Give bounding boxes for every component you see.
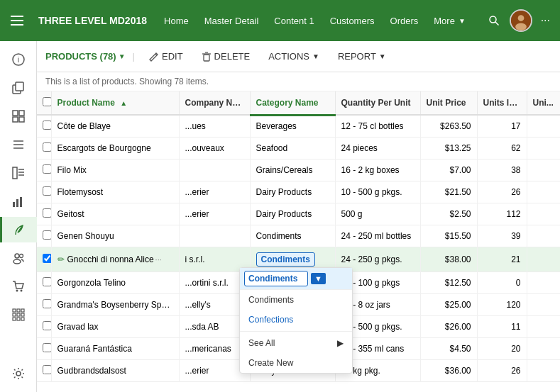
toolbar: PRODUCTS (78) ▼ | EDIT DELETE ACTIONS ▼ … bbox=[37, 41, 560, 72]
cell-company-name bbox=[179, 159, 250, 181]
cell-product-name: Escargots de Bourgogne bbox=[51, 138, 179, 159]
svg-rect-23 bbox=[23, 196, 24, 207]
col-header-category-name[interactable]: Category Name bbox=[250, 91, 335, 115]
sidebar-item-grid[interactable] bbox=[6, 103, 31, 129]
row-checkbox-cell[interactable] bbox=[37, 338, 51, 360]
row-checkbox-cell[interactable] bbox=[37, 159, 51, 181]
sidebar-item-leaf[interactable] bbox=[0, 217, 37, 242]
sidebar-item-detail[interactable] bbox=[6, 160, 31, 186]
sidebar: i bbox=[0, 41, 37, 392]
col-header-extra[interactable]: Uni... bbox=[527, 91, 560, 115]
row-select-checkbox[interactable] bbox=[43, 254, 51, 263]
col-header-units-in-stock[interactable]: Units In Stock bbox=[477, 91, 527, 115]
main-content: PRODUCTS (78) ▼ | EDIT DELETE ACTIONS ▼ … bbox=[37, 41, 560, 392]
row-select-checkbox[interactable] bbox=[43, 343, 51, 352]
cell-category-name[interactable]: Beverages bbox=[250, 115, 335, 138]
row-select-checkbox[interactable] bbox=[43, 277, 51, 286]
products-table-wrapper: Product Name ▲ Company Name Category Nam… bbox=[37, 91, 560, 392]
dropdown-item-condiments[interactable]: Condiments bbox=[240, 290, 352, 310]
more-options-button[interactable]: ··· bbox=[537, 11, 554, 30]
edit-button[interactable]: EDIT bbox=[142, 47, 190, 66]
cell-units-in-stock: 17 bbox=[477, 115, 527, 138]
sidebar-item-info[interactable]: i bbox=[6, 47, 31, 72]
cell-extra bbox=[527, 225, 560, 247]
row-more-dots[interactable]: ··· bbox=[155, 255, 162, 264]
dropdown-see-all[interactable]: See All ▶ bbox=[240, 333, 352, 353]
row-select-checkbox[interactable] bbox=[43, 299, 51, 308]
cell-unit-price: $13.25 bbox=[420, 138, 477, 159]
row-edit-pencil-icon[interactable]: ✏ bbox=[57, 254, 65, 264]
search-button[interactable] bbox=[483, 9, 505, 32]
sidebar-item-list[interactable] bbox=[6, 132, 31, 157]
row-checkbox-cell[interactable] bbox=[37, 115, 51, 138]
row-select-checkbox[interactable] bbox=[43, 142, 51, 152]
row-select-checkbox[interactable] bbox=[43, 230, 51, 240]
cell-category-name[interactable]: Condiments bbox=[250, 225, 335, 247]
app-title: THREE LEVEL MD2018 bbox=[31, 15, 154, 26]
row-select-checkbox[interactable] bbox=[43, 365, 51, 374]
select-all-checkbox[interactable] bbox=[43, 97, 51, 106]
nav-orders[interactable]: Orders bbox=[383, 10, 426, 32]
col-header-company-name[interactable]: Company Name bbox=[179, 91, 250, 115]
actions-button[interactable]: ACTIONS ▼ bbox=[261, 47, 326, 66]
sidebar-item-copy[interactable] bbox=[6, 75, 31, 101]
nav-customers[interactable]: Customers bbox=[323, 10, 382, 32]
cell-category-name[interactable]: Dairy Products bbox=[250, 181, 335, 203]
sidebar-item-chart[interactable] bbox=[6, 189, 31, 214]
row-checkbox-cell[interactable] bbox=[37, 272, 51, 294]
cell-units-in-stock: 120 bbox=[477, 294, 527, 316]
row-checkbox-cell[interactable] bbox=[37, 138, 51, 159]
cell-product-name: Genen Shouyu bbox=[51, 225, 179, 247]
cell-category-name[interactable]: Seafood bbox=[250, 138, 335, 159]
nav-more[interactable]: More ▼ bbox=[427, 10, 473, 32]
sidebar-item-cart[interactable] bbox=[6, 274, 31, 299]
nav-home[interactable]: Home bbox=[157, 10, 196, 32]
cell-units-in-stock: 39 bbox=[477, 225, 527, 247]
cell-category-name[interactable]: Grains/Cereals bbox=[250, 159, 335, 181]
svg-point-38 bbox=[16, 371, 21, 376]
cell-unit-price: $15.50 bbox=[420, 225, 477, 247]
svg-rect-29 bbox=[13, 309, 16, 312]
nav-content1[interactable]: Content 1 bbox=[267, 10, 321, 32]
row-checkbox-cell[interactable] bbox=[37, 316, 51, 338]
report-button[interactable]: REPORT ▼ bbox=[331, 47, 393, 66]
svg-rect-36 bbox=[17, 318, 20, 320]
dropdown-create-new[interactable]: Create New bbox=[240, 353, 352, 373]
row-checkbox-cell[interactable] bbox=[37, 294, 51, 316]
row-checkbox-cell[interactable] bbox=[37, 203, 51, 225]
row-select-checkbox[interactable] bbox=[43, 164, 51, 174]
row-select-checkbox[interactable] bbox=[43, 186, 51, 196]
cell-company-name bbox=[179, 225, 250, 247]
col-header-unit-price[interactable]: Unit Price bbox=[420, 91, 477, 115]
cell-category-name[interactable]: Dairy Products bbox=[250, 203, 335, 225]
row-select-checkbox[interactable] bbox=[43, 121, 51, 130]
user-avatar[interactable] bbox=[510, 9, 532, 32]
dropdown-item-confections[interactable]: Confections bbox=[240, 310, 352, 330]
row-checkbox-cell[interactable] bbox=[37, 181, 51, 203]
sidebar-item-users[interactable] bbox=[6, 245, 31, 271]
svg-rect-30 bbox=[17, 309, 20, 312]
col-header-product-name[interactable]: Product Name ▲ bbox=[51, 91, 179, 115]
col-header-quantity-per-unit[interactable]: Quantity Per Unit bbox=[335, 91, 420, 115]
top-navigation: THREE LEVEL MD2018 Home Master Detail Co… bbox=[0, 0, 560, 41]
row-checkbox-cell[interactable] bbox=[37, 360, 51, 382]
hamburger-menu[interactable] bbox=[6, 9, 28, 32]
cell-quantity-per-unit: 16 - 2 kg boxes bbox=[335, 159, 420, 181]
row-checkbox-cell[interactable] bbox=[37, 247, 51, 272]
row-checkbox-cell[interactable] bbox=[37, 225, 51, 247]
delete-button[interactable]: DELETE bbox=[194, 47, 258, 66]
sidebar-item-settings[interactable] bbox=[6, 361, 31, 386]
products-label[interactable]: PRODUCTS (78) ▼ bbox=[45, 51, 126, 62]
nav-master-detail[interactable]: Master Detail bbox=[197, 10, 266, 32]
cell-extra bbox=[527, 294, 560, 316]
col-header-select[interactable] bbox=[37, 91, 51, 115]
sidebar-item-grid2[interactable] bbox=[6, 302, 31, 327]
svg-text:i: i bbox=[17, 55, 18, 64]
row-select-checkbox[interactable] bbox=[43, 208, 51, 218]
category-search-input[interactable] bbox=[244, 271, 308, 286]
category-chip[interactable]: Condiments bbox=[256, 252, 315, 267]
dropdown-arrow-button[interactable]: ▼ bbox=[311, 273, 326, 284]
svg-point-26 bbox=[13, 259, 21, 264]
table-row: Filo MixGrains/Cereals16 - 2 kg boxes$7.… bbox=[37, 159, 560, 181]
row-select-checkbox[interactable] bbox=[43, 321, 51, 330]
